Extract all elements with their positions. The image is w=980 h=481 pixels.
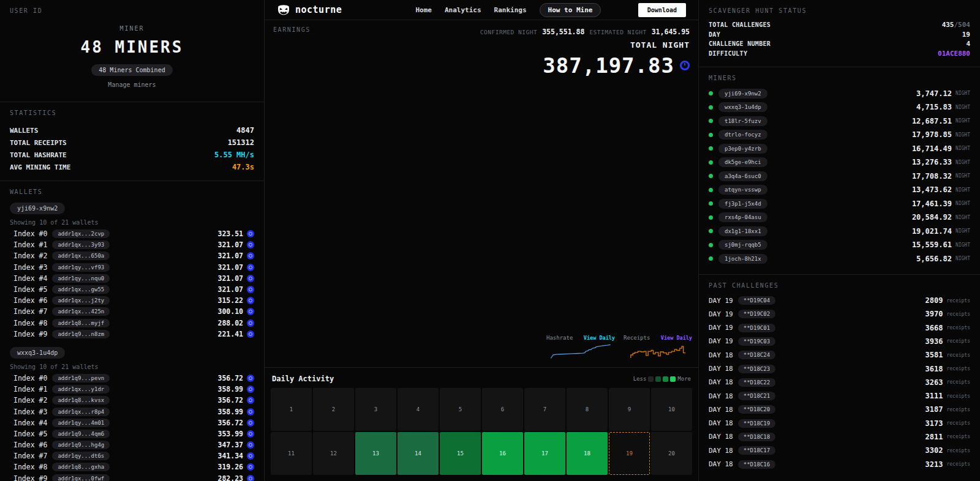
miner-id-pill[interactable]: t18lr-5fuzv <box>718 116 767 126</box>
calendar-day-cell[interactable]: 7 <box>524 388 565 431</box>
night-unit-label: NIGHT <box>956 118 970 124</box>
miner-id-pill[interactable]: dx1g1-18xx1 <box>718 226 767 236</box>
calendar-day-cell[interactable]: 1 <box>271 388 312 431</box>
wallet-address-pill[interactable]: addr1q9...pevn <box>52 374 110 382</box>
calendar-day-cell[interactable]: 16 <box>482 432 523 475</box>
manage-miners-link[interactable]: Manage miners <box>10 81 254 88</box>
wallet-address-pill[interactable]: addr1q8...myjf <box>52 319 110 327</box>
calendar-day-cell[interactable]: 6 <box>482 388 523 431</box>
wallet-index: Index #7 <box>13 452 47 460</box>
wallet-row: Index #7 addr1qx...425n 300.10 <box>10 306 254 317</box>
wallet-address-pill[interactable]: addr1qy...4m01 <box>52 419 110 427</box>
estimated-night-label: ESTIMATED NIGHT <box>589 29 646 35</box>
wallet-row: Index #0 addr1q9...pevn 356.72 <box>10 373 254 384</box>
wallet-index: Index #0 <box>13 229 47 238</box>
nav-link-rankings[interactable]: Rankings <box>494 6 527 14</box>
online-dot-icon <box>709 243 713 247</box>
miner-id-pill[interactable]: sj0mj-rqqb5 <box>718 240 767 250</box>
calendar-day-cell[interactable]: 11 <box>271 432 312 475</box>
scavenger-stat-value: 435 <box>942 21 954 29</box>
calendar-day-cell[interactable]: 13 <box>355 432 396 475</box>
wallet-group-pill[interactable]: yji69-x9nw2 <box>10 203 65 214</box>
wallet-address-pill[interactable]: addr1qx...425n <box>52 307 110 316</box>
wallet-row: Index #9 addr1qx...0fwf 282.23 <box>10 473 254 481</box>
nav-link-analytics[interactable]: Analytics <box>445 6 481 14</box>
calendar-day-cell[interactable]: 4 <box>398 388 439 431</box>
miner-id-pill[interactable]: dtrlo-focyz <box>718 130 767 140</box>
brand[interactable]: nocturne <box>277 4 342 15</box>
calendar-day-cell[interactable]: 5 <box>440 388 481 431</box>
calendar-day-cell[interactable]: 19 <box>609 432 650 475</box>
miners-header: MINERS <box>709 75 970 81</box>
wallet-group-pill[interactable]: wxxq3-1u4dp <box>10 347 65 359</box>
wallet-address-pill[interactable]: addr1q9...hg4g <box>52 441 110 449</box>
download-button[interactable]: Download <box>638 3 686 17</box>
challenge-row: DAY 18 **D18C18 2811 receipts <box>709 430 970 444</box>
challenge-row: DAY 18 **D18C21 3111 receipts <box>709 389 970 403</box>
daily-activity-section: Daily Activity Less More 1 2 3 4 <box>265 367 698 481</box>
calendar-day-cell[interactable]: 20 <box>651 432 692 475</box>
scavenger-stat-label: DIFFICULTY <box>709 50 747 57</box>
miner-id-pill[interactable]: yji69-x9nw2 <box>718 89 767 99</box>
challenge-day: DAY 19 <box>709 310 733 318</box>
wallet-address-pill[interactable]: addr1qx...3y93 <box>52 240 110 249</box>
calendar-day-cell[interactable]: 18 <box>567 432 608 475</box>
wallet-value: 321.07 <box>217 252 243 260</box>
calendar-day-cell[interactable]: 8 <box>567 388 608 431</box>
miner-id-pill[interactable]: p3ep0-y4zrb <box>718 144 767 154</box>
calendar-day-cell[interactable]: 12 <box>313 432 354 475</box>
wallet-address-pill[interactable]: addr1q8...kvsx <box>52 396 110 405</box>
wallet-address-pill[interactable]: addr1qx...r8p4 <box>52 408 110 416</box>
wallet-address-pill[interactable]: addr1qx...0fwf <box>52 474 110 481</box>
miner-row: sj0mj-rqqb5 15,559.61 NIGHT <box>709 238 970 252</box>
wallet-address-pill[interactable]: addr1q9...4qm6 <box>52 430 110 438</box>
scavenger-stat-value: 4 <box>966 40 970 48</box>
challenge-receipt-count: 3173 <box>925 419 943 428</box>
wallet-address-pill[interactable]: addr1qx...gw55 <box>52 285 110 294</box>
wallet-address-pill[interactable]: addr1q9...n8zm <box>52 330 110 338</box>
wallet-index: Index #2 <box>13 396 47 405</box>
miner-id-pill[interactable]: a3q4a-6suc0 <box>718 171 767 181</box>
wallet-address-pill[interactable]: addr1qx...y1dr <box>52 385 110 393</box>
wallet-value: 300.10 <box>217 307 243 316</box>
challenge-day: DAY 19 <box>709 324 733 332</box>
miner-id-pill[interactable]: fj3p1-j5x4d <box>718 199 767 209</box>
calendar-day-cell[interactable]: 17 <box>524 432 565 475</box>
wallet-address-pill[interactable]: addr1q8...gxha <box>52 463 110 471</box>
calendar-day-cell[interactable]: 14 <box>398 432 439 475</box>
miner-id-pill[interactable]: 1joch-8h21x <box>718 254 767 264</box>
miner-id-pill[interactable]: wxxq3-1u4dp <box>718 102 767 112</box>
calendar-day-cell[interactable]: 2 <box>313 388 354 431</box>
calendar-day-cell[interactable]: 10 <box>651 388 692 431</box>
receipts-view-daily-link[interactable]: View Daily <box>661 335 692 341</box>
calendar-day-number: 9 <box>628 406 631 412</box>
challenge-row: DAY 19 **D19C04 2809 receipts <box>709 294 970 307</box>
scavenger-stat-value: 19 <box>962 31 970 39</box>
legend-swatch <box>663 376 668 382</box>
wallet-value: 282.23 <box>217 474 243 481</box>
calendar-day-cell[interactable]: 9 <box>609 388 650 431</box>
wallet-address-pill[interactable]: addr1qy...vf93 <box>52 263 110 272</box>
wallet-address-pill[interactable]: addr1qx...650a <box>52 252 110 260</box>
calendar-day-number: 15 <box>457 450 464 457</box>
hashrate-view-daily-link[interactable]: View Daily <box>584 335 615 341</box>
wallet-address-pill[interactable]: addr1qy...dt6s <box>52 452 110 460</box>
nav-link-how-to-mine[interactable]: How to Mine <box>540 3 601 17</box>
right-sidebar: SCAVENGER HUNT STATUS TOTAL CHALLENGES 4… <box>698 0 980 481</box>
earnings-section: EARNINGS CONFIRMED NIGHT 355,551.88 ESTI… <box>265 20 698 367</box>
miner-id-pill[interactable]: rxs4p-04asu <box>718 212 767 222</box>
challenge-row: DAY 18 **D18C24 3581 receipts <box>709 348 970 362</box>
nav-link-home[interactable]: Home <box>415 6 432 14</box>
night-token-icon <box>247 397 254 404</box>
wallet-address-pill[interactable]: addr1qx...j2ty <box>52 296 110 305</box>
wallet-address-pill[interactable]: addr1qx...2cvp <box>52 229 110 238</box>
wallet-index: Index #4 <box>13 419 47 427</box>
wallet-address-pill[interactable]: addr1qy...nqu0 <box>52 274 110 283</box>
calendar-day-cell[interactable]: 15 <box>440 432 481 475</box>
miner-id-pill[interactable]: dk5ge-e9hci <box>718 157 767 167</box>
calendar-day-cell[interactable]: 3 <box>355 388 396 431</box>
info-clock-icon[interactable] <box>680 61 690 70</box>
miner-id-pill[interactable]: atqyn-vsswp <box>718 185 767 195</box>
challenge-day: DAY 18 <box>709 378 733 386</box>
challenge-day: DAY 18 <box>709 406 733 414</box>
